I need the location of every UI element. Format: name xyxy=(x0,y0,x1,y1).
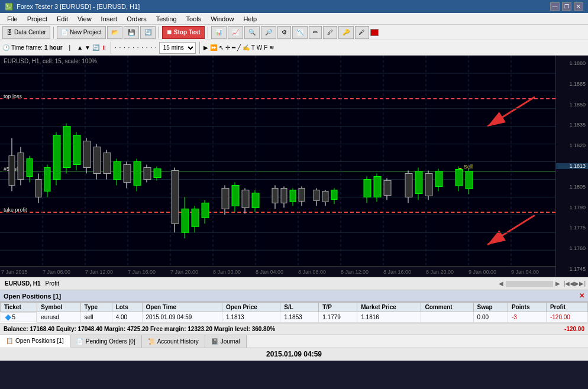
svg-rect-90 xyxy=(364,179,371,197)
time-label-2: 7 Jan 08:00 xyxy=(43,269,70,275)
journal-icon: 📓 xyxy=(211,338,218,345)
save-button[interactable]: 💾 xyxy=(124,26,139,39)
time-label-1: 7 Jan 2015 xyxy=(1,269,28,275)
tab-open-positions[interactable]: 📋 Open Positions [1] xyxy=(0,335,70,348)
nav-end[interactable]: ▶| xyxy=(579,280,586,287)
candlestick-chart xyxy=(0,56,555,277)
cell-tp: 1.1779 xyxy=(319,312,357,323)
menu-insert[interactable]: Insert xyxy=(96,14,122,24)
tool5-button[interactable]: 🔑 xyxy=(338,26,354,39)
fastfwd-icon[interactable]: ⏩ xyxy=(210,44,217,51)
menu-testing[interactable]: Testing xyxy=(151,14,182,24)
svg-rect-104 xyxy=(455,169,463,186)
zoom-in-button[interactable]: 🔍 xyxy=(244,26,260,39)
wave2-icon[interactable]: ≋ xyxy=(269,44,274,51)
close-button[interactable]: ✕ xyxy=(574,2,583,11)
tool2-button[interactable]: 📉 xyxy=(292,26,308,39)
separator1 xyxy=(53,27,54,38)
tool6-button[interactable]: 🖋 xyxy=(355,26,369,39)
diag-icon[interactable]: ╱ xyxy=(237,44,241,51)
nav-next[interactable]: ▶ xyxy=(574,280,579,287)
menu-edit[interactable]: Edit xyxy=(52,14,73,24)
scroll-right-icon[interactable]: ▶ xyxy=(555,280,560,287)
minimize-button[interactable]: — xyxy=(550,2,560,11)
stop-test-button[interactable]: ⏹ Stop Test xyxy=(162,26,205,39)
tab-journal[interactable]: 📓 Journal xyxy=(205,335,247,348)
scroll-bar[interactable] xyxy=(506,281,553,287)
col-sl: S/L xyxy=(280,303,319,312)
database-icon: 🗄 xyxy=(7,29,12,35)
refresh-button[interactable]: 🔄 xyxy=(140,26,156,39)
zoom-out-button[interactable]: 🔎 xyxy=(261,26,276,39)
svg-rect-40 xyxy=(63,127,70,168)
price-1813: 1.1813 xyxy=(556,163,588,169)
menu-file[interactable]: File xyxy=(2,14,22,24)
speed-dots: · · · · · · · · · · xyxy=(115,44,157,51)
cursor-icon[interactable]: ↖ xyxy=(219,44,224,51)
col-ticket: Ticket xyxy=(1,303,37,312)
svg-rect-100 xyxy=(425,173,432,196)
down-arrow[interactable]: ▼ xyxy=(85,44,91,51)
positions-close-button[interactable]: ✕ xyxy=(579,292,584,300)
stop-icon: ⏹ xyxy=(166,29,172,35)
time-label-12: 9 Jan 00:00 xyxy=(469,269,496,275)
text-icon[interactable]: T xyxy=(251,44,255,51)
svg-rect-106 xyxy=(466,171,473,189)
balance-text: Balance: 17168.40 Equity: 17048.40 Margi… xyxy=(4,326,275,332)
speed-select[interactable]: 15 mins 5 mins 1 min xyxy=(159,42,196,54)
balance-profit: -120.00 xyxy=(564,326,584,332)
menu-view[interactable]: View xyxy=(73,14,96,24)
color-button[interactable] xyxy=(370,29,379,36)
time-axis: 7 Jan 2015 7 Jan 08:00 7 Jan 12:00 7 Jan… xyxy=(0,266,555,277)
menu-help[interactable]: Help xyxy=(238,14,261,24)
time-label-6: 8 Jan 00:00 xyxy=(213,269,241,275)
svg-rect-66 xyxy=(202,203,209,218)
tool4-button[interactable]: 🖊 xyxy=(323,26,337,39)
data-center-button[interactable]: 🗄 Data Center xyxy=(2,26,50,39)
line-icon[interactable]: ━ xyxy=(232,44,235,51)
chart-profit-tab[interactable]: Profit xyxy=(46,280,59,287)
svg-rect-58 xyxy=(154,168,161,177)
menu-window[interactable]: Window xyxy=(206,14,238,24)
play-icon[interactable]: ▶ xyxy=(203,44,208,51)
tool3-button[interactable]: ✏ xyxy=(309,26,322,39)
svg-rect-74 xyxy=(252,193,259,208)
pen-icon[interactable]: ✍ xyxy=(243,44,250,51)
positions-header: Open Positions [1] ✕ xyxy=(0,290,588,302)
chart-pair-tab: EURUSD, H1 Profit xyxy=(0,277,496,290)
new-project-button[interactable]: 📄 New Project xyxy=(57,26,106,39)
maximize-button[interactable]: ❐ xyxy=(562,2,571,11)
menu-tools[interactable]: Tools xyxy=(182,14,206,24)
time-label-3: 7 Jan 12:00 xyxy=(85,269,113,275)
chart-area[interactable]: EURUSD, H1, cell: 15, scale: 100% 1.1880… xyxy=(0,56,588,277)
separator3 xyxy=(208,27,208,38)
tab-pending-orders-label: Pending Orders [0] xyxy=(86,338,135,345)
svg-rect-28 xyxy=(9,156,15,186)
separator5 xyxy=(199,42,200,54)
nav-prev[interactable]: ◀ xyxy=(570,280,574,287)
menu-orders[interactable]: Orders xyxy=(122,14,151,24)
scroll-left-icon[interactable]: ◀ xyxy=(499,280,503,287)
col-comment: Comment xyxy=(421,303,473,312)
wave-icon[interactable]: W xyxy=(257,44,262,51)
price-1790: 1.1790 xyxy=(556,205,588,210)
tab-account-history[interactable]: 📜 Account History xyxy=(142,335,205,348)
up-arrow[interactable]: ▲ xyxy=(77,44,83,51)
menu-project[interactable]: Project xyxy=(22,14,52,24)
title-bar-left: 💹 Forex Tester 3 [EURUSD] - [EURUSD, H1] xyxy=(5,3,140,11)
chart-button2[interactable]: 📈 xyxy=(228,26,243,39)
fib-icon[interactable]: F xyxy=(264,44,267,51)
col-swap: Swap xyxy=(473,303,508,312)
svg-rect-72 xyxy=(242,190,249,208)
time-label-13: 9 Jan 04:00 xyxy=(511,269,539,275)
tool1-button[interactable]: ⚙ xyxy=(277,26,291,39)
svg-rect-92 xyxy=(374,176,381,197)
nav-start[interactable]: |◀ xyxy=(564,280,570,287)
tf-separator: | xyxy=(69,44,71,51)
svg-rect-50 xyxy=(114,162,121,180)
open-button[interactable]: 📂 xyxy=(107,26,122,39)
chart-button1[interactable]: 📊 xyxy=(211,26,227,39)
time-label-10: 8 Jan 16:00 xyxy=(383,269,411,275)
tab-pending-orders[interactable]: 📄 Pending Orders [0] xyxy=(70,335,142,348)
cross-icon[interactable]: ✛ xyxy=(225,44,230,51)
